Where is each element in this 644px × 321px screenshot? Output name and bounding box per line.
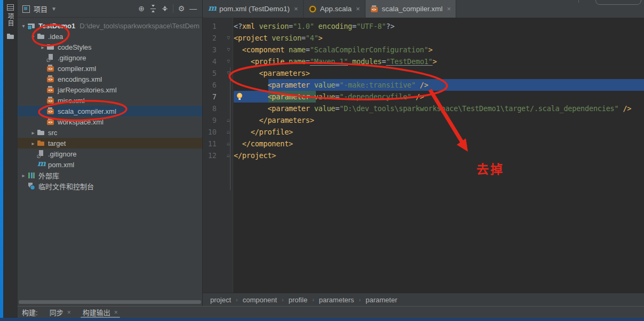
breadcrumb-separator-icon: ›	[279, 296, 287, 303]
hide-panel-icon[interactable]: —	[187, 3, 199, 14]
tree-item-label: compiler.xml	[58, 65, 96, 73]
folder-icon	[37, 128, 45, 137]
tree-item-encodings.xml[interactable]: encodings.xml	[18, 74, 202, 84]
tab-label: scala_compiler.xml	[382, 5, 443, 13]
tree-item-.idea[interactable]: ▾.idea	[18, 31, 202, 42]
build-label: 构建:	[22, 307, 38, 317]
tree-item-label: misc.xml	[58, 97, 85, 105]
breadcrumb-item-parameter[interactable]: parameter	[363, 296, 399, 304]
breadcrumb-separator-icon: ›	[356, 296, 364, 303]
editor-tab-scala-compiler.xml[interactable]: scala_compiler.xml×	[365, 0, 457, 18]
tree-item-label: src	[48, 129, 57, 137]
tab-label: pom.xml (TestDemo1)	[219, 5, 290, 13]
stripe-project-button[interactable]: 项目	[3, 0, 18, 41]
tree-item-label: TestDemo1	[38, 22, 75, 30]
stripe-project-label: 项目	[6, 13, 15, 27]
collapse-all-icon[interactable]	[147, 3, 159, 14]
build-tab-构建输出[interactable]: 构建输出×	[83, 307, 118, 318]
tree-item-label: jarRepositories.xml	[58, 86, 117, 94]
tree-item-label: codeStyles	[58, 43, 92, 51]
xml-file-icon	[46, 118, 55, 126]
tree-item-misc.xml[interactable]: misc.xml	[18, 95, 202, 106]
breadcrumb-item-component[interactable]: component	[241, 296, 279, 304]
tree-item-label: .idea	[48, 33, 63, 41]
tree-item-testdemo1[interactable]: ▾TestDemo1D:\dev_tools\sparkworkspace\Te…	[18, 20, 202, 31]
project-view-icon[interactable]	[22, 4, 30, 13]
code-line-3: <component name="ScalaCompilerConfigurat…	[234, 44, 433, 56]
chevron-right-icon[interactable]: ▸	[29, 130, 37, 136]
close-icon[interactable]: ×	[67, 309, 71, 316]
horizontal-scrollbar[interactable]	[19, 300, 201, 304]
tree-item-label: target	[48, 139, 66, 147]
tree-item--[interactable]: ▸外部库	[18, 170, 202, 181]
tree-item-workspace.xml[interactable]: workspace.xml	[18, 116, 202, 127]
tree-item-path: D:\dev_tools\sparkworkspace\TestDem	[79, 22, 200, 30]
chevron-down-icon[interactable]: ▼	[51, 6, 57, 12]
editor-tab-pom.xml-testdemo1-[interactable]: pom.xml (TestDemo1)×	[203, 0, 304, 18]
tree-item-jarrepositories.xml[interactable]: jarRepositories.xml	[18, 84, 202, 95]
build-tab-同步[interactable]: 同步×	[50, 307, 71, 318]
tool-window-stripe: 项目	[3, 0, 18, 318]
tree-item-pom.xml[interactable]: pom.xml	[18, 159, 202, 170]
chevron-right-icon[interactable]: ▸	[39, 44, 46, 50]
tree-item-codestyles[interactable]: ▸codeStyles	[18, 42, 202, 52]
code-line-5: <parameters>	[234, 67, 310, 79]
code-line-7: <parameter value="-dependencyfile" />	[234, 91, 424, 103]
close-icon[interactable]: ×	[294, 5, 298, 13]
xml-file-icon	[46, 85, 55, 94]
folder-excluded-icon	[37, 139, 45, 147]
settings-gear-icon[interactable]: ⚙	[176, 3, 187, 14]
tree-item-.gitignore[interactable]: .gitignore	[18, 52, 202, 63]
tree-item-target[interactable]: ▸target	[18, 138, 202, 148]
editor-area: pom.xml (TestDemo1)×App.scala×scala_comp…	[203, 0, 644, 306]
chevron-down-icon[interactable]: ▾	[29, 34, 37, 40]
project-panel-title[interactable]: 项目	[34, 4, 47, 14]
close-icon[interactable]: ×	[114, 309, 118, 316]
tree-item-label: encodings.xml	[58, 75, 102, 83]
xml-file-icon	[46, 75, 55, 83]
project-tool-window: 项目 ▼ ⊕ ⚙ — ▾TestDemo1D:\dev_tools\sparkw…	[18, 0, 202, 306]
breadcrumb-item-parameters[interactable]: parameters	[317, 296, 356, 304]
maven-icon	[37, 160, 45, 169]
code-editor[interactable]: <?xml version="1.0" encoding="UTF-8"?><p…	[203, 18, 644, 293]
taskbar-edge-strip	[0, 318, 644, 321]
code-line-4: <profile name="Maven 1" modules="TestDem…	[234, 56, 437, 67]
chevron-right-icon[interactable]: ▸	[20, 173, 27, 178]
project-tree: ▾TestDemo1D:\dev_tools\sparkworkspace\Te…	[18, 20, 202, 191]
tree-item--[interactable]: 临时文件和控制台	[18, 181, 202, 191]
chevron-down-icon[interactable]: ▾	[20, 23, 27, 29]
tree-item-label: 外部库	[38, 170, 59, 181]
chevron-right-icon[interactable]: ▸	[29, 140, 37, 146]
tree-item-label: 临时文件和控制台	[38, 181, 94, 191]
close-icon[interactable]: ×	[447, 5, 451, 13]
tree-item-compiler.xml[interactable]: compiler.xml	[18, 63, 202, 74]
xml-file-icon	[370, 5, 379, 13]
xml-file-icon	[46, 64, 55, 73]
tree-item-label: workspace.xml	[58, 118, 104, 126]
breadcrumb: project›component›profile›parameters›par…	[203, 293, 644, 306]
run-widget-fragment	[595, 0, 641, 5]
breadcrumb-item-project[interactable]: project	[208, 296, 233, 304]
tree-item-src[interactable]: ▸src	[18, 127, 202, 138]
tree-item-label: scala_compiler.xml	[58, 107, 116, 115]
tree-item-.gitignore[interactable]: .gitignore	[18, 148, 202, 159]
intention-bulb-icon[interactable]	[235, 92, 244, 101]
tree-item-scala_compiler.xml[interactable]: scala_compiler.xml	[18, 106, 202, 116]
code-line-10: </profile>	[234, 126, 293, 138]
breadcrumb-item-profile[interactable]: profile	[287, 296, 309, 304]
editor-tab-app.scala[interactable]: App.scala×	[304, 0, 365, 18]
folder-icon	[37, 32, 45, 41]
code-line-12: </project>	[234, 150, 276, 161]
tree-item-label: .gitignore	[48, 150, 76, 158]
code-line-9: </parameters>	[234, 114, 314, 126]
folder-icon	[6, 32, 15, 41]
code-line-2: <project version="4">	[234, 32, 323, 44]
tree-item-label: pom.xml	[48, 161, 74, 169]
folder-icon	[46, 43, 55, 51]
maven-icon	[208, 5, 216, 13]
locate-icon[interactable]: ⊕	[136, 3, 147, 14]
expand-all-icon[interactable]	[159, 3, 171, 14]
xml-file-icon	[46, 96, 55, 105]
close-icon[interactable]: ×	[356, 5, 360, 13]
code-line-1: <?xml version="1.0" encoding="UTF-8"?>	[234, 20, 394, 32]
